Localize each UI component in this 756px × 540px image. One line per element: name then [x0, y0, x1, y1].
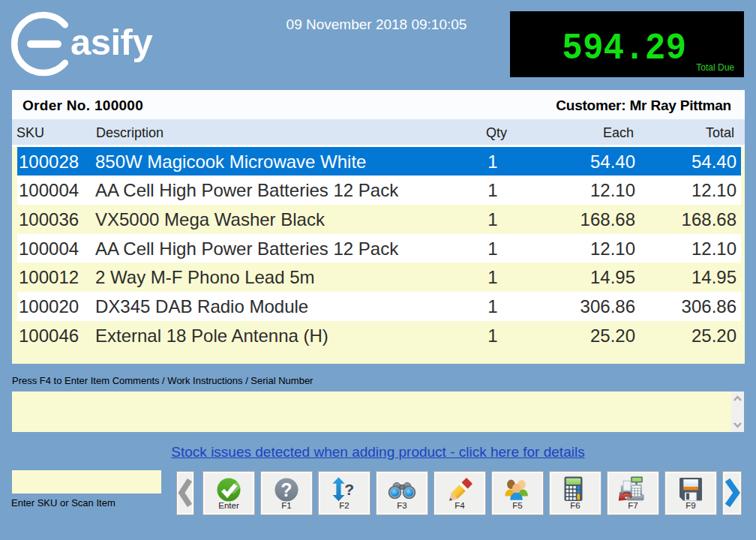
svg-text:?: ?	[344, 480, 354, 497]
svg-text:?: ?	[280, 479, 292, 500]
